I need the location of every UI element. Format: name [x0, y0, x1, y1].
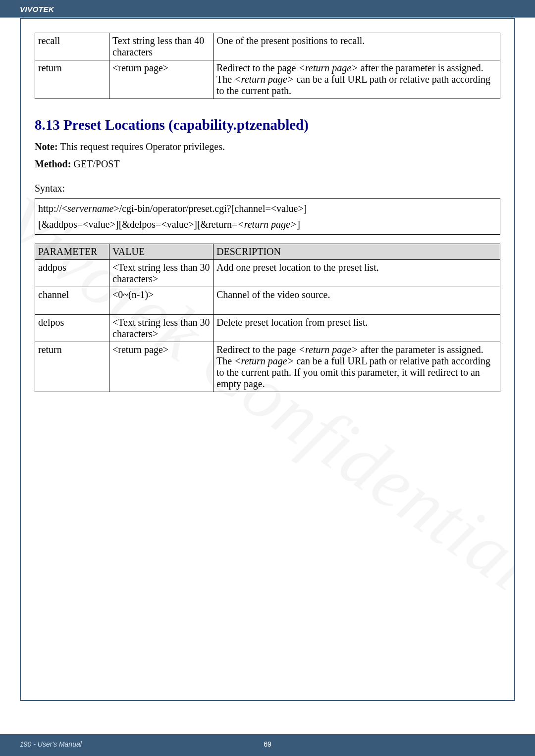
section-heading: 8.13 Preset Locations (capability.ptzena… — [35, 117, 500, 133]
syntax-em: servername — [67, 203, 113, 214]
cell-desc: Redirect to the page <return page> after… — [214, 60, 500, 99]
brand-text: VIVOTEK — [20, 5, 54, 13]
table-parameters: PARAMETER VALUE DESCRIPTION addpos <Text… — [35, 244, 500, 392]
desc-text: Redirect to the page — [216, 62, 299, 73]
cell-param: addpos — [35, 260, 109, 287]
cell-param: delpos — [35, 315, 109, 342]
syntax-text: >/cgi-bin/operator/preset.cgi?[channel=<… — [113, 203, 307, 214]
cell-value: <return page> — [109, 342, 214, 392]
cell-param: channel — [35, 287, 109, 315]
cell-desc: Delete preset location from preset list. — [214, 315, 500, 342]
desc-em: <return page> — [299, 62, 358, 73]
desc-text: Redirect to the page — [216, 344, 299, 355]
cell-value: <0~(n-1)> — [109, 287, 214, 315]
cell-desc: Redirect to the page <return page> after… — [214, 342, 500, 392]
desc-em: <return page> — [234, 74, 294, 85]
note-label: Note: — [35, 141, 58, 152]
desc-em: <return page> — [299, 344, 358, 355]
cell-param: recall — [35, 33, 109, 60]
syntax-line: [&addpos=<value>][&delpos=<value>][&retu… — [38, 216, 497, 232]
method-label: Method: — [35, 158, 71, 169]
table-row: addpos <Text string less than 30 charact… — [35, 260, 500, 287]
method-line: Method: GET/POST — [35, 156, 500, 172]
syntax-label: Syntax: — [35, 181, 500, 196]
cell-param: return — [35, 342, 109, 392]
table-row: return <return page> Redirect to the pag… — [35, 60, 500, 99]
footer-left: 190 - User's Manual — [20, 740, 82, 748]
desc-em: <return page> — [234, 355, 294, 366]
page-footer: 190 - User's Manual 69 — [0, 734, 535, 756]
cell-value: <Text string less than 30 characters> — [109, 315, 214, 342]
note-text: This request requires Operator privilege… — [58, 141, 225, 152]
col-header-parameter: PARAMETER — [35, 244, 109, 260]
cell-desc: One of the present positions to recall. — [214, 33, 500, 60]
cell-value: <return page> — [109, 60, 214, 99]
table-row: channel <0~(n-1)> Channel of the video s… — [35, 287, 500, 315]
cell-value: Text string less than 40 characters — [109, 33, 214, 60]
syntax-line: http://<servername>/cgi-bin/operator/pre… — [38, 201, 497, 216]
cell-desc: Channel of the video source. — [214, 287, 500, 315]
table-recall-return: recall Text string less than 40 characte… — [35, 33, 500, 99]
cell-param: return — [35, 60, 109, 99]
footer-page-number: 69 — [264, 740, 271, 748]
col-header-description: DESCRIPTION — [214, 244, 500, 260]
table-row: return <return page> Redirect to the pag… — [35, 342, 500, 392]
syntax-text: ] — [297, 219, 300, 230]
cell-desc: Add one preset location to the preset li… — [214, 260, 500, 287]
page-frame: Vivotek Confidential recall Text string … — [20, 18, 515, 701]
method-text: GET/POST — [71, 158, 119, 169]
note-line: Note: This request requires Operator pri… — [35, 139, 500, 154]
table-row: recall Text string less than 40 characte… — [35, 33, 500, 60]
syntax-text: http://< — [38, 203, 67, 214]
table-header-row: PARAMETER VALUE DESCRIPTION — [35, 244, 500, 260]
syntax-text: [&addpos=<value>][&delpos=<value>][&retu… — [38, 219, 237, 230]
syntax-em: <return page> — [237, 219, 297, 230]
cell-value: <Text string less than 30 characters> — [109, 260, 214, 287]
table-row: delpos <Text string less than 30 charact… — [35, 315, 500, 342]
footer-right-spacer — [513, 740, 515, 748]
col-header-value: VALUE — [109, 244, 214, 260]
syntax-box: http://<servername>/cgi-bin/operator/pre… — [35, 198, 500, 235]
page-header: VIVOTEK — [0, 0, 535, 18]
